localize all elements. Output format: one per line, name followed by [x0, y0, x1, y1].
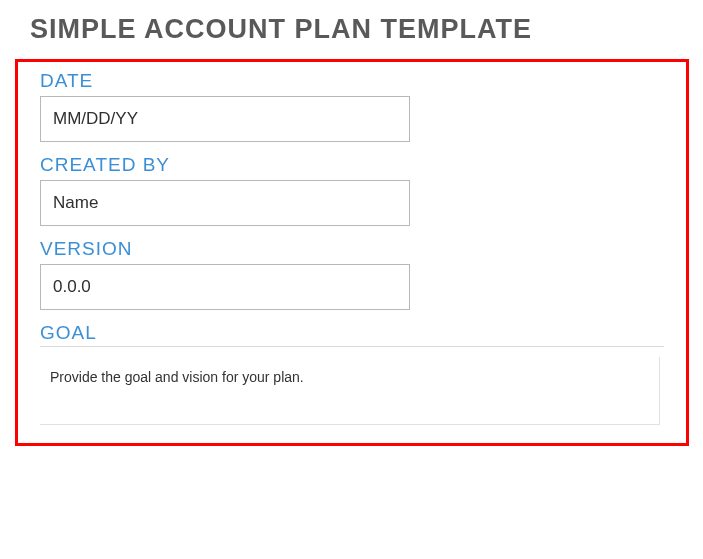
date-label: DATE — [40, 70, 664, 92]
version-field-group: VERSION — [40, 238, 664, 310]
goal-divider — [40, 346, 664, 347]
version-label: VERSION — [40, 238, 664, 260]
version-input[interactable] — [40, 264, 410, 310]
form-container: DATE CREATED BY VERSION GOAL — [15, 59, 689, 446]
goal-textarea[interactable] — [40, 357, 660, 425]
date-input[interactable] — [40, 96, 410, 142]
goal-field-group: GOAL — [40, 322, 664, 425]
date-field-group: DATE — [40, 70, 664, 142]
created-by-input[interactable] — [40, 180, 410, 226]
page-title: SIMPLE ACCOUNT PLAN TEMPLATE — [30, 14, 703, 45]
goal-label: GOAL — [40, 322, 664, 344]
created-by-field-group: CREATED BY — [40, 154, 664, 226]
created-by-label: CREATED BY — [40, 154, 664, 176]
